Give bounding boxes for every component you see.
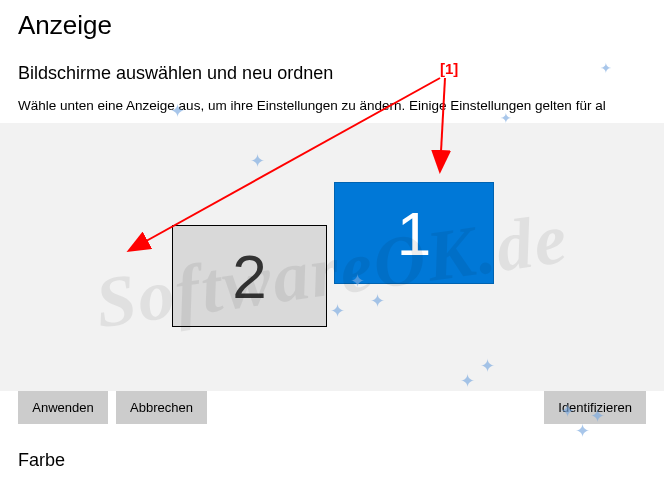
- section-description: Wähle unten eine Anzeige aus, um ihre Ei…: [18, 98, 646, 113]
- display-arrange-area[interactable]: 2 1: [0, 123, 664, 391]
- monitor-tile-1[interactable]: 1: [334, 182, 494, 284]
- section-title-color: Farbe: [18, 450, 646, 471]
- apply-button[interactable]: Anwenden: [18, 391, 108, 424]
- section-title: Bildschirme auswählen und neu ordnen: [18, 63, 646, 84]
- identify-button[interactable]: Identifizieren: [544, 391, 646, 424]
- cancel-button[interactable]: Abbrechen: [116, 391, 207, 424]
- monitor-tile-2[interactable]: 2: [172, 225, 327, 327]
- annotation-label: [1]: [440, 60, 458, 77]
- page-title: Anzeige: [18, 10, 646, 41]
